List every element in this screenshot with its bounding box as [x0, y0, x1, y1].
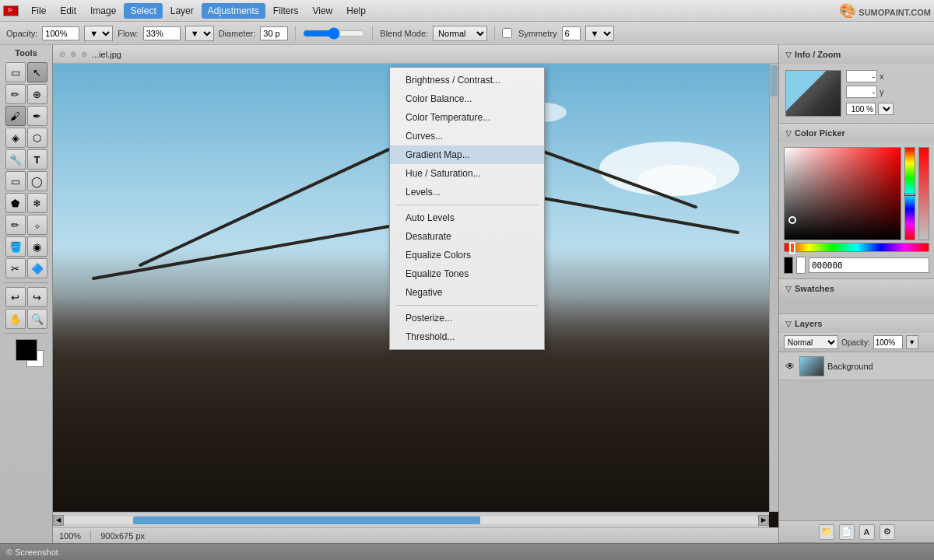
info-zoom-header[interactable]: ▽ Info / Zoom [779, 45, 934, 64]
layers-blend-select[interactable]: Normal [784, 335, 838, 349]
tool-redo[interactable]: ↪ [27, 287, 47, 307]
tool-fill[interactable]: 🪣 [5, 236, 26, 257]
scroll-right-btn[interactable]: ▶ [758, 515, 769, 526]
tab-circle-maximize[interactable]: ⊕ [70, 50, 76, 58]
tool-shape[interactable]: 🔷 [27, 258, 47, 278]
flow-input[interactable] [143, 26, 181, 40]
menu-item-layer[interactable]: Layer [164, 3, 200, 19]
tool-ellipse[interactable]: ◯ [27, 171, 47, 191]
blend-mode-label: Blend Mode: [380, 29, 428, 38]
tool-move[interactable]: ↖ [27, 62, 47, 82]
menu-item-help[interactable]: Help [340, 3, 372, 19]
layer-settings-btn[interactable]: ⚙ [880, 524, 895, 540]
opacity-dropdown[interactable]: ▼ [84, 26, 113, 41]
color-picker-section: ▽ Color Picker [779, 124, 934, 279]
hue-strip[interactable] [904, 147, 915, 240]
blend-mode-select[interactable]: Normal [433, 26, 487, 41]
flow-dropdown[interactable]: ▼ [185, 26, 214, 41]
symmetry-checkbox[interactable] [502, 28, 512, 38]
menu-item-edit[interactable]: Edit [54, 3, 83, 19]
bottom-hue-bar[interactable] [784, 243, 929, 252]
swatches-header[interactable]: ▽ Swatches [779, 279, 934, 298]
tool-text[interactable]: T [27, 149, 47, 170]
tool-brush[interactable]: 🖌 [5, 106, 26, 126]
tool-zoom2[interactable]: 🔍 [27, 309, 47, 329]
menu-desaturate[interactable]: Desaturate [390, 227, 544, 246]
layers-opacity-input[interactable] [873, 335, 903, 349]
layers-bottom-bar: 📁 📄 A ⚙ [779, 520, 934, 542]
adjustments-menu: Brightness / Contrast... Color Balance..… [389, 67, 545, 350]
menu-gradient-map[interactable]: Gradient Map... [390, 145, 544, 164]
scrollbar-vertical[interactable] [769, 64, 778, 512]
color-picker-toggle: ▽ [785, 129, 792, 138]
menu-item-filters[interactable]: Filters [267, 3, 305, 19]
tool-blur[interactable]: ✏ [5, 215, 26, 235]
tool-rect-select[interactable]: ▭ [5, 171, 26, 191]
menu-item-file[interactable]: File [25, 3, 52, 19]
tool-gradient[interactable]: ◉ [27, 236, 47, 257]
tool-marquee[interactable]: ▭ [5, 62, 26, 82]
canvas-tab-name: ...iel.jpg [92, 50, 121, 59]
diameter-input[interactable] [260, 26, 288, 40]
tool-clone[interactable]: 🔧 [5, 149, 26, 170]
info-zoom-section: ▽ Info / Zoom x y [779, 45, 934, 124]
layers-opacity-dropdown[interactable]: ▼ [906, 335, 918, 349]
tab-circle-minimize[interactable]: ⊖ [59, 50, 65, 58]
menu-item-view[interactable]: View [306, 3, 339, 19]
tool-zoom[interactable]: ⊕ [27, 84, 47, 104]
menu-color-balance[interactable]: Color Balance... [390, 89, 544, 108]
menu-posterize[interactable]: Posterize... [390, 309, 544, 327]
menu-color-temperature[interactable]: Color Temperature... [390, 108, 544, 127]
tool-pencil[interactable]: ✏ [5, 84, 26, 104]
x-coord-input[interactable] [846, 70, 877, 82]
tool-crop[interactable]: ✂ [5, 258, 26, 278]
menu-equalize-colors[interactable]: Equalize Colors [390, 246, 544, 264]
tab-circle-close[interactable]: ⊗ [81, 50, 87, 58]
color-gradient[interactable] [784, 147, 901, 240]
menu-negative[interactable]: Negative [390, 283, 544, 302]
menu-curves[interactable]: Curves... [390, 127, 544, 145]
tool-smudge[interactable]: ⬦ [27, 215, 47, 235]
diameter-slider[interactable] [303, 27, 365, 40]
menu-auto-levels[interactable]: Auto Levels [390, 208, 544, 227]
zoom-dropdown[interactable]: ▼ [878, 103, 894, 115]
hex-color-input[interactable] [809, 257, 929, 273]
background-swatch[interactable] [796, 257, 806, 274]
scrollbar-track-h[interactable] [64, 516, 758, 524]
zoom-value-input[interactable] [846, 103, 876, 115]
menu-item-select[interactable]: Select [124, 3, 162, 19]
add-layer-group-btn[interactable]: 📁 [819, 524, 834, 540]
menu-equalize-tones[interactable]: Equalize Tones [390, 264, 544, 283]
menu-hue-saturation[interactable]: Hue / Saturation... [390, 164, 544, 183]
symmetry-input[interactable] [562, 26, 581, 40]
foreground-color[interactable] [16, 339, 37, 361]
tool-pen[interactable]: ✒ [27, 106, 47, 126]
scrollbar-horizontal[interactable]: ◀ ▶ [53, 512, 769, 527]
y-coord-input[interactable] [846, 86, 877, 98]
scroll-left-btn[interactable]: ◀ [53, 515, 64, 526]
add-adjustment-layer-btn[interactable]: A [859, 524, 875, 540]
opacity-input[interactable] [42, 26, 79, 40]
symmetry-dropdown[interactable]: ▼ [585, 26, 614, 41]
tool-lasso[interactable]: ⬟ [5, 193, 26, 213]
info-zoom-toggle: ▽ [785, 51, 792, 59]
foreground-swatch[interactable] [784, 257, 793, 274]
tool-eraser[interactable]: ◈ [5, 128, 26, 148]
menu-levels[interactable]: Levels... [390, 183, 544, 201]
menu-item-adjustments[interactable]: Adjustments [202, 3, 265, 19]
menu-brightness-contrast[interactable]: Brightness / Contrast... [390, 71, 544, 89]
layers-header[interactable]: ▽ Layers [779, 314, 934, 333]
alpha-strip[interactable] [918, 147, 929, 240]
layer-item-background[interactable]: 👁 Background [779, 352, 934, 380]
menu-item-image[interactable]: Image [84, 3, 122, 19]
add-layer-btn[interactable]: 📄 [839, 524, 855, 540]
menu-threshold[interactable]: Threshold... [390, 327, 544, 346]
scrollbar-vertical-thumb[interactable] [771, 65, 778, 96]
tool-polygon[interactable]: ⬡ [27, 128, 47, 148]
tool-undo[interactable]: ↩ [5, 287, 26, 307]
color-picker-header[interactable]: ▽ Color Picker [779, 124, 934, 142]
tool-hand[interactable]: ✋ [5, 309, 26, 329]
layer-visibility-eye[interactable]: 👁 [784, 360, 796, 373]
scrollbar-thumb-h[interactable] [133, 516, 480, 524]
tool-magic-wand[interactable]: ❄ [27, 193, 47, 213]
